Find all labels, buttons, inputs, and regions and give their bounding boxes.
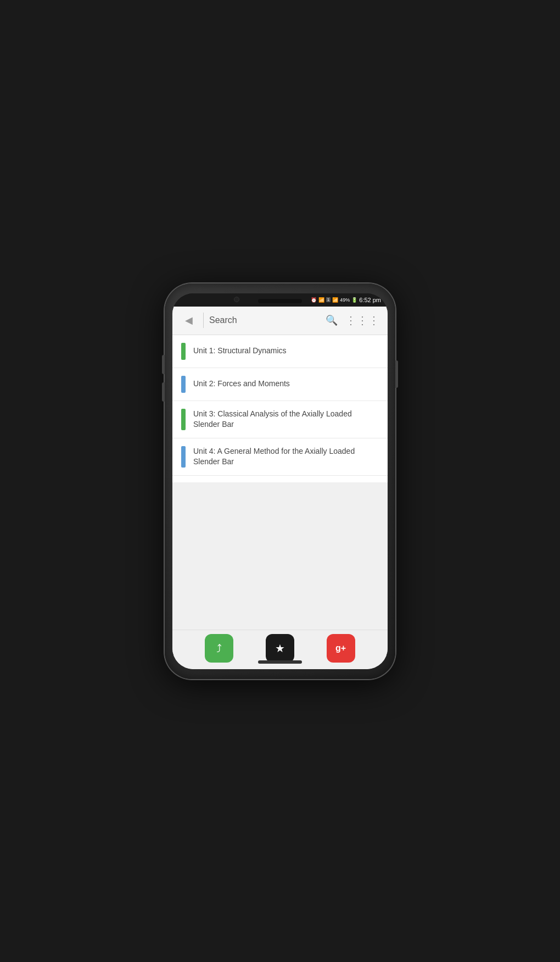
unit-item-5[interactable]: Unit 5: Classical Analysis of the Bendin… xyxy=(172,476,388,482)
unit-item-3[interactable]: Unit 3: Classical Analysis of the Axiall… xyxy=(172,401,388,438)
color-indicator-3 xyxy=(181,409,186,430)
home-bar xyxy=(258,660,302,664)
color-indicator-2 xyxy=(181,376,186,393)
toolbar: ◀ Search 🔍 ⋮⋮⋮ xyxy=(172,307,388,335)
gplus-icon: g+ xyxy=(335,643,346,653)
time-display: 6:52 pm xyxy=(359,297,381,303)
unit-label-2: Unit 2: Forces and Moments xyxy=(193,379,290,390)
phone-screen: ⏰ 📶 1 📶 49% 🔋 6:52 pm ◀ Search 🔍 ⋮⋮⋮ xyxy=(172,293,388,669)
googleplus-button[interactable]: g+ xyxy=(327,634,355,663)
share-button[interactable]: ⤴ xyxy=(205,634,233,663)
list-spacer xyxy=(172,482,388,630)
share-icon: ⤴ xyxy=(216,642,222,655)
color-indicator-1 xyxy=(181,343,186,360)
unit-label-1: Unit 1: Structural Dynamics xyxy=(193,346,287,357)
unit-item-2[interactable]: Unit 2: Forces and Moments xyxy=(172,368,388,401)
app-content: ◀ Search 🔍 ⋮⋮⋮ Unit 1: Structural Dynami… xyxy=(172,307,388,669)
unit-item-1[interactable]: Unit 1: Structural Dynamics xyxy=(172,335,388,368)
favorite-button[interactable]: ★ xyxy=(266,634,294,663)
color-indicator-4 xyxy=(181,446,186,468)
status-icons: ⏰ 📶 1 📶 49% 🔋 6:52 pm xyxy=(311,297,381,303)
unit-list: Unit 1: Structural Dynamics Unit 2: Forc… xyxy=(172,335,388,482)
phone-frame: ⏰ 📶 1 📶 49% 🔋 6:52 pm ◀ Search 🔍 ⋮⋮⋮ xyxy=(165,283,395,679)
battery-icon: 🔋 xyxy=(351,297,357,303)
wifi-icon: 📶 xyxy=(318,297,324,303)
search-icon[interactable]: 🔍 xyxy=(326,314,338,326)
star-icon: ★ xyxy=(275,642,285,655)
battery-label: 49% xyxy=(340,297,350,303)
sim-icon: 1 xyxy=(326,297,331,302)
unit-item-4[interactable]: Unit 4: A General Method for the Axially… xyxy=(172,438,388,476)
search-title: Search xyxy=(209,315,326,325)
alarm-icon: ⏰ xyxy=(311,297,317,303)
camera xyxy=(234,297,239,302)
menu-icon[interactable]: ⋮⋮⋮ xyxy=(345,314,380,327)
speaker xyxy=(258,299,302,303)
toolbar-divider xyxy=(203,313,204,328)
signal-icon: 📶 xyxy=(332,297,338,303)
unit-label-4: Unit 4: A General Method for the Axially… xyxy=(193,446,379,468)
back-button[interactable]: ◀ xyxy=(180,312,198,329)
toolbar-actions: 🔍 ⋮⋮⋮ xyxy=(326,314,380,327)
back-icon: ◀ xyxy=(185,314,193,326)
unit-label-3: Unit 3: Classical Analysis of the Axiall… xyxy=(193,409,379,430)
